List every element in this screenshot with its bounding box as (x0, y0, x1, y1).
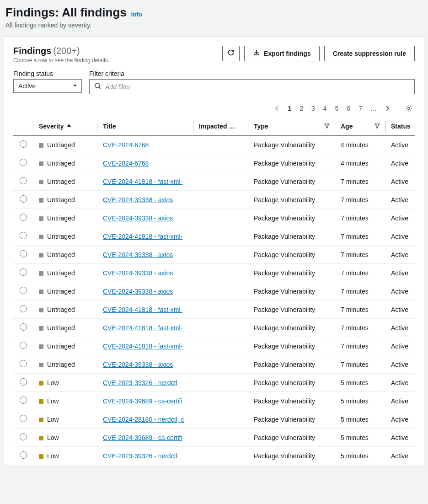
page-6[interactable]: 6 (343, 103, 354, 114)
row-select-radio[interactable] (20, 433, 27, 440)
table-row[interactable]: LowCVE-2024-28180 - nerdctl, cPackage Vu… (13, 410, 415, 429)
create-suppression-button[interactable]: Create suppression rule (324, 46, 415, 61)
table-row[interactable]: UntriagedCVE-2024-41818 - fast-xml-Packa… (13, 172, 415, 191)
export-findings-button[interactable]: Export findings (244, 46, 320, 61)
sort-asc-icon (66, 123, 72, 130)
finding-title-link[interactable]: CVE-2023-39326 - nerdctl (103, 379, 177, 386)
col-status-label: Status (391, 123, 411, 130)
col-impacted[interactable]: Impacted … (193, 118, 248, 136)
row-select-radio[interactable] (20, 250, 27, 257)
row-select-radio[interactable] (20, 342, 27, 349)
finding-title-link[interactable]: CVE-2024-39338 - axios (103, 361, 173, 368)
row-select-radio[interactable] (20, 378, 27, 386)
type-cell: Package Vulnerability (248, 410, 335, 429)
age-cell: 7 minutes (335, 209, 385, 227)
col-status[interactable]: Status (385, 118, 415, 136)
next-page-button[interactable] (381, 103, 393, 113)
severity-indicator-icon (39, 436, 43, 440)
finding-title-link[interactable]: CVE-2024-39338 - axios (103, 251, 173, 258)
row-select-radio[interactable] (20, 287, 27, 294)
page-…: … (367, 103, 380, 114)
table-row[interactable]: UntriagedCVE-2024-39338 - axiosPackage V… (13, 355, 415, 374)
finding-title-link[interactable]: CVE-2024-28180 - nerdctl, c (103, 416, 184, 423)
impacted-cell (193, 264, 248, 282)
row-select-radio[interactable] (20, 305, 27, 312)
prev-page-button[interactable] (271, 103, 283, 113)
table-row[interactable]: UntriagedCVE-2024-6768Package Vulnerabil… (13, 154, 415, 172)
col-age-label: Age (341, 123, 353, 130)
col-severity-label: Severity (39, 123, 64, 130)
finding-title-link[interactable]: CVE-2024-41818 - fast-xml- (103, 233, 182, 240)
page-1[interactable]: 1 (284, 103, 295, 114)
status-cell: Active (385, 392, 415, 410)
page-2[interactable]: 2 (296, 103, 307, 114)
table-row[interactable]: UntriagedCVE-2024-39338 - axiosPackage V… (13, 264, 415, 282)
finding-title-link[interactable]: CVE-2024-41818 - fast-xml- (103, 343, 182, 350)
table-row[interactable]: LowCVE-2023-39326 - nerdctlPackage Vulne… (13, 447, 415, 465)
severity-label: Untriaged (47, 306, 75, 313)
row-select-radio[interactable] (20, 195, 27, 203)
finding-title-link[interactable]: CVE-2024-6768 (103, 160, 149, 167)
row-select-radio[interactable] (20, 214, 27, 221)
impacted-cell (193, 392, 248, 410)
row-select-radio[interactable] (20, 323, 27, 331)
type-cell: Package Vulnerability (248, 337, 335, 355)
row-select-radio[interactable] (20, 177, 27, 184)
page-4[interactable]: 4 (320, 103, 331, 114)
table-row[interactable]: UntriagedCVE-2024-39338 - axiosPackage V… (13, 282, 415, 300)
col-impacted-label: Impacted … (199, 123, 235, 130)
refresh-button[interactable] (222, 46, 240, 61)
age-cell: 7 minutes (335, 172, 385, 191)
page-5[interactable]: 5 (332, 103, 342, 114)
severity-label: Untriaged (47, 361, 75, 368)
row-select-radio[interactable] (20, 268, 27, 276)
finding-title-link[interactable]: CVE-2024-39338 - axios (103, 269, 173, 277)
col-age[interactable]: Age (335, 118, 385, 136)
finding-title-link[interactable]: CVE-2024-6768 (103, 141, 149, 149)
row-select-radio[interactable] (20, 451, 27, 459)
table-row[interactable]: LowCVE-2024-39689 - ca-certifiPackage Vu… (13, 429, 415, 447)
table-row[interactable]: UntriagedCVE-2024-41818 - fast-xml-Packa… (13, 227, 415, 246)
table-row[interactable]: LowCVE-2023-39326 - nerdctlPackage Vulne… (13, 374, 415, 392)
finding-title-link[interactable]: CVE-2024-39338 - axios (103, 214, 173, 222)
table-row[interactable]: UntriagedCVE-2024-39338 - axiosPackage V… (13, 191, 415, 209)
type-cell: Package Vulnerability (248, 392, 335, 410)
status-cell: Active (385, 209, 415, 227)
impacted-cell (193, 227, 248, 246)
table-row[interactable]: UntriagedCVE-2024-39338 - axiosPackage V… (13, 209, 415, 227)
finding-title-link[interactable]: CVE-2024-41818 - fast-xml- (103, 306, 182, 313)
finding-title-link[interactable]: CVE-2024-39338 - axios (103, 288, 173, 295)
table-settings-button[interactable] (403, 102, 415, 114)
finding-title-link[interactable]: CVE-2024-41818 - fast-xml- (103, 178, 182, 185)
col-title[interactable]: Title (97, 118, 193, 136)
finding-title-link[interactable]: CVE-2024-39338 - axios (103, 196, 173, 204)
info-link[interactable]: Info (131, 11, 142, 18)
row-select-radio[interactable] (20, 232, 27, 239)
finding-title-link[interactable]: CVE-2023-39326 - nerdctl (103, 452, 177, 460)
finding-title-link[interactable]: CVE-2024-41818 - fast-xml- (103, 324, 182, 332)
row-select-radio[interactable] (20, 397, 27, 404)
row-select-radio[interactable] (20, 360, 27, 367)
finding-title-link[interactable]: CVE-2024-39689 - ca-certifi (103, 434, 182, 441)
table-row[interactable]: LowCVE-2024-39689 - ca-certifiPackage Vu… (13, 392, 415, 410)
status-cell: Active (385, 264, 415, 282)
divider (398, 103, 398, 113)
page-subtitle: All findings ranked by severity. (5, 21, 423, 29)
row-select-radio[interactable] (20, 140, 27, 148)
table-row[interactable]: UntriagedCVE-2024-41818 - fast-xml-Packa… (13, 300, 415, 319)
table-row[interactable]: UntriagedCVE-2024-41818 - fast-xml-Packa… (13, 319, 415, 337)
col-severity[interactable]: Severity (33, 118, 97, 136)
filter-criteria-input[interactable] (105, 83, 410, 91)
col-type[interactable]: Type (248, 118, 335, 136)
finding-status-select[interactable]: Active (13, 79, 82, 93)
severity-label: Low (47, 452, 59, 460)
row-select-radio[interactable] (20, 415, 27, 422)
row-select-radio[interactable] (20, 159, 27, 166)
table-row[interactable]: UntriagedCVE-2024-41818 - fast-xml-Packa… (13, 337, 415, 355)
table-row[interactable]: UntriagedCVE-2024-6768Package Vulnerabil… (13, 136, 415, 154)
status-cell: Active (385, 282, 415, 300)
finding-title-link[interactable]: CVE-2024-39689 - ca-certifi (103, 397, 182, 405)
page-3[interactable]: 3 (308, 103, 319, 114)
table-row[interactable]: UntriagedCVE-2024-39338 - axiosPackage V… (13, 246, 415, 264)
page-7[interactable]: 7 (355, 103, 366, 114)
